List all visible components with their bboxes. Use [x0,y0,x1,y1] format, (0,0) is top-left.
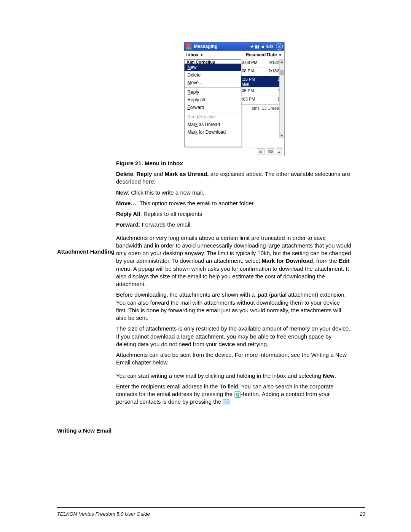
device-titlebar: Messaging ⇄ ▮▮ ◀ 4:42 ✕ [184,42,284,51]
sync-icon: ⇄ [250,45,253,49]
footer-title: TELKOM Ventus Freedom 5.0 User Guide [57,511,150,517]
paragraph: Before downloading, the attachments are … [116,291,352,322]
close-icon[interactable]: ✕ [276,43,283,50]
paragraph: Reply All: Replies to all recipients [116,210,352,218]
windows-flag-icon [186,43,192,50]
search-contact-icon: Q [234,391,241,398]
mail-row[interactable]: 3:08 PM2/1329I [241,59,284,68]
speaker-icon: ◀ [261,45,264,49]
menu-reply-all[interactable]: Reply All [185,96,241,104]
clock-time: 4:42 [266,45,273,49]
scroll-thumb[interactable] [280,70,284,75]
folder-header: Inbox▼ Received Date▼ [184,51,284,59]
paragraph: Forward: Forwards the email. [116,221,352,228]
expand-up-icon[interactable]: ▲ [277,148,282,155]
paragraph: You can start writing a new mail by clic… [116,372,352,380]
paragraph: Attachments or very long emails above a … [116,234,352,288]
menu-move[interactable]: Move... [185,79,241,86]
context-menu: Kim Cornelius New Delete Move... Reply R… [184,59,241,147]
paragraph: Move…: This option moves the email to an… [116,200,352,207]
status-text: ems, 13 Unread. [241,104,284,112]
footer-rule [57,507,365,508]
section-heading: Attachment Handling [57,248,124,255]
sender-cutoff: Kim Cornelius [185,60,241,64]
page-number: 23 [360,511,365,517]
bottom-toolbar: ✉ ⌨ ▲ [184,147,284,156]
section-heading: Writing a New Email [57,427,124,434]
paragraph: Attachments can also be sent from the de… [116,351,352,367]
contact-card-icon: ▭ [223,399,229,405]
mail-row[interactable]: :03 PM1K [241,96,284,104]
mail-list: 3:08 PM2/1329I 08 PM2/1329I :15 PM1K Mai… [241,59,284,147]
sort-dropdown[interactable]: Received Date▼ [246,52,282,58]
device-screenshot: Messaging ⇄ ▮▮ ◀ 4:42 ✕ Inbox▼ Received … [184,42,285,156]
menu-send-receive: Send/Receive [185,113,241,121]
menu-reply[interactable]: Reply [185,88,241,96]
app-title: Messaging [194,44,218,49]
menu-forward[interactable]: Forward [185,104,241,111]
signal-icon: ▮▮ [255,45,260,49]
folder-dropdown[interactable]: Inbox▼ [186,52,204,58]
paragraph: New: Click this to write a new mail. [116,189,352,197]
new-mail-icon[interactable]: ✉ [257,148,264,155]
figure-caption: Figure 21. Menu In Inbox [116,160,352,166]
scrollbar[interactable]: ▲ ▼ [279,59,284,138]
menu-new[interactable]: New [185,64,241,71]
scroll-down-icon[interactable]: ▼ [280,133,284,138]
mail-row[interactable]: 05 PM2K [241,88,284,96]
paragraph: Enter the recipients email address in th… [116,383,352,406]
paragraph: The size of attachments is only restrict… [116,325,352,348]
menu-mark-download[interactable]: Mark for Download [185,128,241,136]
menu-delete[interactable]: Delete [185,71,241,79]
keyboard-icon[interactable]: ⌨ [267,148,274,155]
page-footer: TELKOM Ventus Freedom 5.0 User Guide 23 [57,511,365,517]
paragraph: Delete, Reply and Mark as Unread, are ex… [116,170,352,186]
scroll-up-icon[interactable]: ▲ [280,59,284,64]
mail-row[interactable]: :15 PM1K Mail [241,76,284,88]
menu-mark-unread[interactable]: Mark as Unread [185,121,241,128]
mail-row[interactable]: 08 PM2/1329I [241,68,284,76]
